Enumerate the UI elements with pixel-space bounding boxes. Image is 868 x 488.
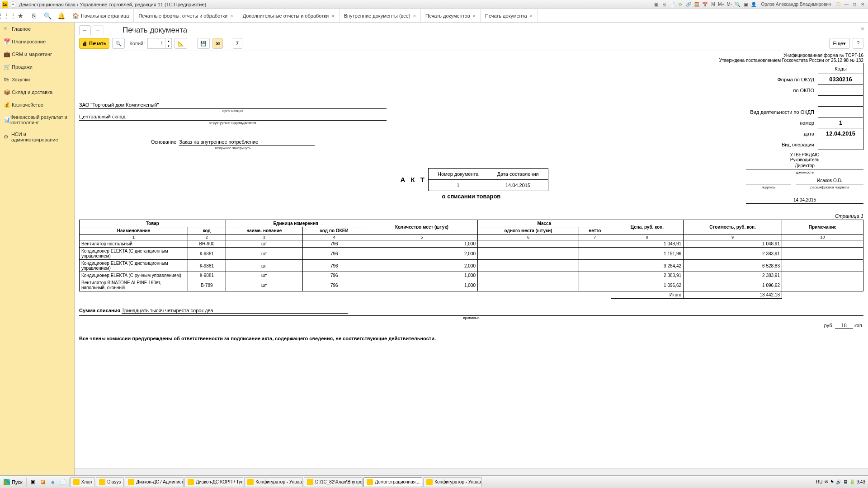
ql-icon[interactable]: ◪ [38,478,47,487]
favorites-icon[interactable]: ★ [14,9,27,22]
sidebar-item-crm[interactable]: 💼CRM и маркетинг [0,48,74,61]
close-content-button[interactable]: × [861,25,864,33]
taskbar-button[interactable]: Демонстрационная ... [363,477,422,487]
printer-icon: 🖨 [82,41,87,46]
taskbar-button[interactable]: Diasys [96,477,124,487]
history-icon[interactable]: ⎘ [27,9,41,22]
close-icon[interactable]: × [331,13,334,19]
email-button[interactable]: ✉ [212,38,223,49]
main-tabs: ⋮⋮⋮ ★ ⎘ 🔍 🔔 🏠Начальная страница Печатные… [0,9,868,23]
toolbar-text-icon[interactable]: M- [726,1,733,8]
search-icon[interactable]: 🔍 [41,9,54,22]
tray-icon[interactable]: ✉ [825,479,828,484]
tray-icon[interactable]: 🖥 [843,479,848,484]
toolbar-icon[interactable]: ▦ [652,1,660,8]
tab-home[interactable]: 🏠Начальная страница [68,9,134,22]
doc-number-table: Номер документаДата составления 114.04.2… [428,168,548,191]
maximize-button[interactable]: □ [851,1,858,8]
close-icon[interactable]: × [473,13,476,19]
calculator-icon[interactable]: 🧮 [693,1,700,8]
sidebar-item-main[interactable]: ≡Главное [0,23,74,35]
copies-input[interactable]: 1 [147,38,165,49]
toolbar-text-icon[interactable]: M+ [717,1,725,8]
start-button[interactable]: Пуск [0,479,26,485]
bag-icon: 🛍 [4,76,12,83]
form-meta-2: Утверждена постановлением Госкомстата Ро… [448,58,863,63]
sidebar-item-warehouse[interactable]: 📦Склад и доставка [0,86,74,99]
toolbar-text-icon[interactable]: M [709,1,717,8]
windows-taskbar: Пуск ▣ ◪ e 📄 ХланDiasysДиакон-ДС / Админ… [0,475,868,488]
save-button[interactable]: 💾 [197,38,210,49]
menu-icon: ≡ [4,26,12,32]
taskbar-button[interactable]: Диакон-ДС КОРП / Тун... [184,477,243,487]
tab-additional-reports[interactable]: Дополнительные отчеты и обработки× [238,9,340,22]
taskbar-button[interactable]: Диакон-ДС / Админист... [125,477,184,487]
app-logo-icon: 1c [2,1,8,8]
tray-icon[interactable]: 🔊 [836,479,841,484]
close-icon[interactable]: × [413,13,416,19]
warning-text: Все члены комиссии предупреждены об отве… [79,336,863,341]
gear-icon: ⚙ [4,134,11,140]
document-page: Унифицированная форма № ТОРГ-16 Утвержде… [79,53,863,341]
info-icon[interactable]: ⓘ [835,1,842,8]
codes-table: Коды Форма по ОКУД0330216 по ОКПО Вид де… [745,63,863,150]
close-icon[interactable]: × [530,13,533,19]
sidebar-item-purchases[interactable]: 🛍Закупки [0,73,74,86]
sidebar-item-planning[interactable]: 📅Планирование [0,35,74,48]
print-button[interactable]: 🖨Печать [79,38,109,49]
tab-print-document[interactable]: Печать документа× [481,9,538,22]
ql-icon[interactable]: 📄 [58,478,67,487]
tab-internal-docs[interactable]: Внутренние документы (все)× [340,9,421,22]
close-button[interactable]: ✕ [859,1,866,8]
akt-title: А К Т [400,176,426,183]
page-setup-button[interactable]: 📐 [175,38,187,49]
table-row: Вентилятор настольныйВН-900шт7961,0001 0… [80,240,863,248]
apps-grid-icon[interactable]: ⋮⋮⋮ [0,9,14,22]
copies-spinner[interactable]: ▲▼ [165,38,172,49]
system-tray: RU ✉ ⚑ 🔊 🖥 🔋 9:43 [813,479,868,484]
zoom-icon[interactable]: 🔍 [734,1,741,8]
home-icon: 🏠 [72,13,79,19]
page-number: Страница 1 [79,213,863,219]
notifications-icon[interactable]: 🔔 [54,9,68,22]
dept-name: Центральный склад [79,113,387,121]
toolbar-icon[interactable]: 🔗 [685,1,692,8]
horizontal-scrollbar[interactable] [75,468,868,475]
taskbar-button[interactable]: Хлан [70,477,95,487]
sidebar-item-finance[interactable]: 📊Финансовый результат и контроллинг [0,111,74,128]
tray-icon[interactable]: 🔋 [849,479,855,484]
briefcase-icon: 💼 [4,51,12,57]
taskbar-button[interactable]: Конфигуратор - Управ... [423,477,482,487]
panel-icon[interactable]: ▣ [742,1,749,8]
calendar-icon[interactable]: 📅 [701,1,708,8]
tab-print-forms[interactable]: Печатные формы, отчеты и обработки× [134,9,238,22]
sum-button[interactable]: Σ [233,38,242,49]
more-button[interactable]: Еще ▾ [829,38,850,49]
help-button[interactable]: ? [853,38,863,49]
taskbar-button[interactable]: Конфигуратор - Управ... [244,477,303,487]
tab-print-documents[interactable]: Печать документов× [421,9,481,22]
toolbar-icon[interactable]: 🖨 [660,1,668,8]
toolbar-icon[interactable]: ⟳ [677,1,684,8]
tray-icon[interactable]: ⚑ [830,479,834,484]
approve-block: УТВЕРЖДАЮ Руководитель Директор должност… [746,152,863,204]
toolbar-icon[interactable]: 📄 [669,1,676,8]
lang-indicator[interactable]: RU [816,479,822,484]
user-icon: 👤 [750,1,757,8]
nav-forward-button[interactable]: → [92,25,104,35]
preview-button[interactable]: 🔍 [112,38,125,49]
sidebar-item-sales[interactable]: 🛒Продажи [0,61,74,73]
sidebar-item-treasury[interactable]: 💰Казначейство [0,99,74,111]
ql-icon[interactable]: ▣ [28,478,38,487]
sidebar-item-admin[interactable]: ⚙НСИ и администрирование [0,128,74,145]
minimize-button[interactable]: — [843,1,850,8]
user-name[interactable]: Орлов Александр Владимирович [761,1,831,8]
ql-icon[interactable]: e [48,478,57,487]
page-title: Печать документа [123,26,187,35]
app-menu-dropdown[interactable]: ▾ [10,1,16,8]
close-icon[interactable]: × [230,13,233,19]
document-viewport[interactable]: Унифицированная форма № ТОРГ-16 Утвержде… [75,51,868,468]
clock[interactable]: 9:43 [857,479,865,484]
taskbar-button[interactable]: D:\1C_82\Хлан\Внутренн... [304,477,363,487]
nav-back-button[interactable]: ← [79,25,91,35]
